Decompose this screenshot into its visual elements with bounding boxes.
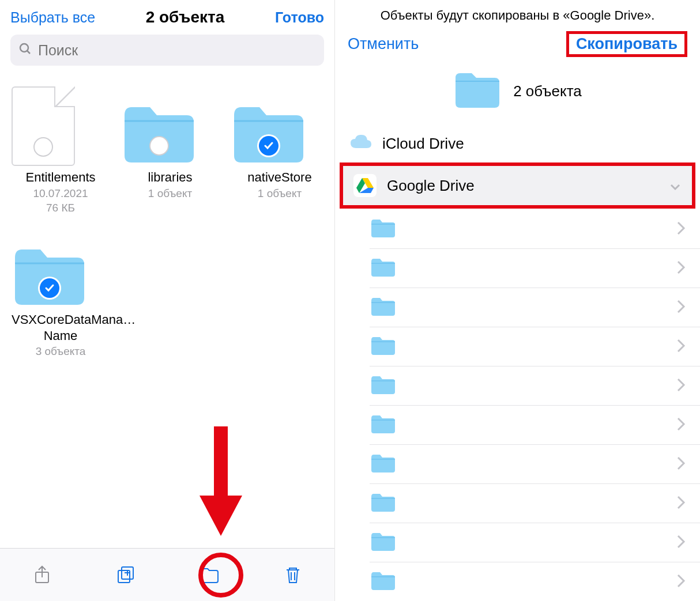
item-meta: 3 объекта: [12, 345, 110, 358]
svg-point-0: [20, 44, 28, 52]
annotation-arrow: [200, 426, 242, 536]
file-item[interactable]: libraries1 объект: [121, 86, 219, 215]
chevron-right-icon: [676, 573, 686, 591]
file-item[interactable]: nativeStore1 объект: [231, 86, 329, 215]
folder-icon: [370, 296, 396, 320]
select-all-button[interactable]: Выбрать все: [10, 9, 95, 26]
subfolder-row[interactable]: [370, 288, 700, 327]
google-drive-icon: [353, 174, 377, 197]
folder-icon: [370, 256, 396, 281]
selection-title: 2 объекта: [146, 8, 225, 27]
svg-line-1: [27, 51, 30, 54]
subfolder-row[interactable]: [370, 484, 700, 523]
chevron-right-icon: [676, 494, 686, 513]
item-name: nativeStore: [231, 169, 329, 186]
folder-icon: [370, 374, 396, 398]
folder-icon: [370, 492, 396, 516]
cancel-button[interactable]: Отменить: [348, 35, 419, 53]
item-meta: 10.07.2021: [12, 187, 110, 201]
done-button[interactable]: Готово: [275, 9, 324, 26]
folder-icon: [453, 70, 502, 112]
item-meta: 76 КБ: [12, 201, 110, 215]
right-panel: Объекты будут скопированы в «Google Driv…: [335, 0, 700, 601]
duplicate-button[interactable]: [113, 562, 138, 588]
subfolder-row[interactable]: [370, 445, 700, 484]
folder-icon: [370, 452, 396, 477]
chevron-right-icon: [676, 338, 686, 356]
subfolder-row[interactable]: [370, 327, 700, 366]
item-name: libraries: [121, 169, 219, 186]
folder-icon: [12, 245, 88, 308]
annotation-google-drive-box: Google Drive: [340, 162, 695, 209]
copy-hero: 2 объекта: [335, 63, 700, 126]
item-name: VSXCoreDataMana…Name: [12, 312, 110, 343]
subfolder-row[interactable]: [370, 249, 700, 288]
file-item[interactable]: VSXCoreDataMana…Name3 объекта: [12, 229, 110, 358]
subfolder-row[interactable]: [370, 406, 700, 445]
right-header: Отменить Скопировать: [335, 27, 700, 63]
subfolder-row[interactable]: [370, 366, 700, 406]
subfolder-row[interactable]: [370, 562, 700, 601]
move-button[interactable]: [197, 562, 222, 588]
document-icon: [12, 86, 75, 166]
chevron-right-icon: [676, 455, 686, 474]
cloud-icon: [349, 133, 372, 154]
copy-button[interactable]: Скопировать: [576, 35, 678, 52]
item-meta: 1 объект: [121, 187, 219, 201]
item-meta: 1 объект: [231, 187, 329, 201]
copy-caption: Объекты будут скопированы в «Google Driv…: [335, 0, 700, 27]
search-input[interactable]: [38, 42, 316, 59]
subfolder-row[interactable]: [370, 523, 700, 562]
chevron-right-icon: [676, 298, 686, 317]
folder-icon: [370, 335, 396, 359]
chevron-right-icon: [676, 416, 686, 434]
folder-icon: [370, 413, 396, 437]
location-google-drive[interactable]: Google Drive: [343, 166, 692, 205]
folder-icon: [370, 531, 396, 555]
chevron-right-icon: [676, 534, 686, 552]
file-grid: Entitlements10.07.202176 КБlibraries1 об…: [0, 69, 334, 358]
annotation-copy-box: Скопировать: [566, 31, 687, 57]
search-icon: [18, 42, 32, 58]
location-icloud[interactable]: iCloud Drive: [335, 126, 700, 161]
bottom-toolbar: [0, 548, 334, 601]
chevron-down-icon: [669, 179, 682, 192]
hero-title: 2 объекта: [513, 82, 582, 100]
selection-circle: [149, 136, 169, 156]
subfolder-row[interactable]: [370, 210, 700, 249]
share-button[interactable]: [29, 562, 55, 588]
left-panel: Выбрать все 2 объекта Готово Entitlement…: [0, 0, 335, 601]
delete-button[interactable]: [280, 562, 306, 588]
location-label: Google Drive: [387, 177, 475, 195]
folder-icon: [121, 103, 197, 166]
chevron-right-icon: [676, 220, 686, 239]
check-icon: [259, 136, 279, 156]
item-name: Entitlements: [12, 169, 110, 186]
location-label: iCloud Drive: [382, 135, 464, 153]
folder-icon: [231, 103, 307, 166]
search-field[interactable]: [10, 35, 324, 66]
google-drive-subfolders: [335, 210, 700, 601]
chevron-right-icon: [676, 377, 686, 395]
check-icon: [40, 278, 59, 298]
folder-icon: [370, 217, 396, 241]
folder-icon: [370, 570, 396, 594]
file-item[interactable]: Entitlements10.07.202176 КБ: [12, 86, 110, 215]
left-header: Выбрать все 2 объекта Готово: [0, 0, 334, 31]
chevron-right-icon: [676, 259, 686, 278]
